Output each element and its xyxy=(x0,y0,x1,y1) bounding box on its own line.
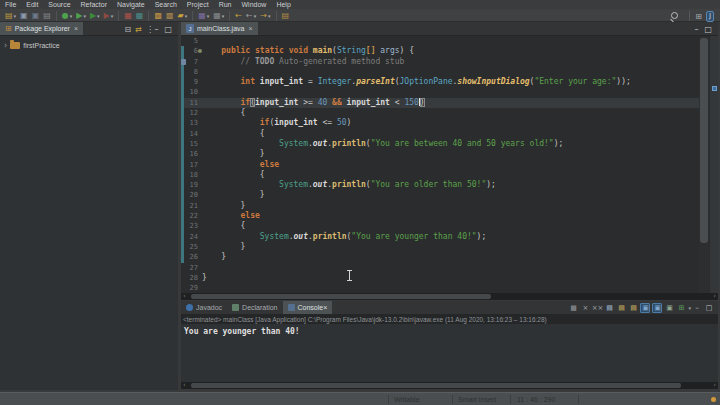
gutter[interactable]: 6 xyxy=(181,46,202,56)
gutter[interactable]: 27 xyxy=(181,263,202,273)
close-icon[interactable]: × xyxy=(323,304,327,311)
editor-horizontal-scrollbar[interactable]: ‹ › xyxy=(181,293,718,300)
dropdown-arrow-icon[interactable]: ▾ xyxy=(207,13,210,19)
gutter[interactable]: 13 xyxy=(181,118,202,128)
code-line-25[interactable]: 25 } xyxy=(181,242,718,252)
dropdown-arrow-icon[interactable]: ▾ xyxy=(222,13,225,19)
scroll-lock-icon[interactable]: ▤ xyxy=(616,303,626,313)
code-line-7[interactable]: 7 // TODO Auto-generated method stub xyxy=(181,57,718,67)
gutter[interactable]: 22 xyxy=(181,211,202,221)
code-line-10[interactable]: 10 xyxy=(181,87,718,97)
gutter[interactable]: 19 xyxy=(181,180,202,190)
show-stdout-icon[interactable]: ▣ xyxy=(652,303,662,313)
code-line-12[interactable]: 12 { xyxy=(181,108,718,118)
search-icon[interactable] xyxy=(669,11,680,22)
code-line-21[interactable]: 21 } xyxy=(181,201,718,211)
line-marker-icon[interactable] xyxy=(198,49,202,53)
code-line-20[interactable]: 20 } xyxy=(181,190,718,200)
code-editor[interactable]: 56 public static void main(String[] args… xyxy=(181,36,718,293)
save-icon[interactable]: ▣ xyxy=(19,10,29,21)
new-class-icon[interactable]: ▰▾ xyxy=(177,10,189,21)
clear-console-icon[interactable]: ▤ xyxy=(604,303,614,313)
dropdown-arrow-icon[interactable]: ▾ xyxy=(688,305,691,311)
scroll-right-icon[interactable]: › xyxy=(713,292,716,300)
close-icon[interactable]: × xyxy=(248,25,252,32)
remove-launch-icon[interactable]: × xyxy=(580,303,590,313)
code-line-14[interactable]: 14 { xyxy=(181,129,718,139)
gutter[interactable]: 24 xyxy=(181,232,202,242)
gutter[interactable]: 15 xyxy=(181,139,202,149)
code-line-15[interactable]: 15 System.out.println("You are between 4… xyxy=(181,139,718,149)
gutter[interactable]: 17 xyxy=(181,160,202,170)
code-line-17[interactable]: 17 else xyxy=(181,160,718,170)
notification-icon[interactable] xyxy=(711,397,716,402)
tab-mainclass-java[interactable]: J mainClass.java × xyxy=(181,22,258,35)
code-line-16[interactable]: 16 } xyxy=(181,149,718,159)
status-caret-position[interactable]: 11 : 46 : 290 xyxy=(517,393,555,405)
gutter[interactable]: 28 xyxy=(181,273,202,283)
collapse-all-icon[interactable]: ⊟ xyxy=(125,25,132,34)
code-line-22[interactable]: 22 else xyxy=(181,211,718,221)
remove-all-launches-icon[interactable]: ×× xyxy=(592,303,602,313)
maximize-icon[interactable]: □ xyxy=(704,303,714,313)
scrollbar-thumb[interactable] xyxy=(700,38,708,243)
open-perspective-icon[interactable]: ⊞ xyxy=(695,12,702,21)
gutter[interactable]: 21 xyxy=(181,201,202,211)
menu-item-help[interactable]: Help xyxy=(271,0,295,9)
console-horizontal-scrollbar[interactable]: ‹ › xyxy=(181,382,718,389)
tab-declaration[interactable]: Declaration xyxy=(227,301,282,314)
expand-arrow-icon[interactable]: › xyxy=(4,41,7,50)
minimize-icon[interactable]: – xyxy=(694,25,698,34)
code-line-26[interactable]: 26 } xyxy=(181,252,718,262)
maximize-icon[interactable]: □ xyxy=(704,25,712,34)
code-line-24[interactable]: 24 System.out.println("You are younger t… xyxy=(181,232,718,242)
dropdown-arrow-icon[interactable]: ▾ xyxy=(111,13,114,19)
gutter[interactable]: 11 xyxy=(181,98,202,108)
todo-task-marker-icon[interactable] xyxy=(181,59,186,65)
forward-icon[interactable]: →▾ xyxy=(259,10,271,21)
menu-item-edit[interactable]: Edit xyxy=(21,0,43,9)
code-line-13[interactable]: 13 if(input_int <= 50) xyxy=(181,118,718,128)
save-all-icon[interactable]: ▣ xyxy=(31,10,41,21)
scroll-left-icon[interactable]: ‹ xyxy=(183,381,186,389)
code-line-19[interactable]: 19 System.out.println("You are older tha… xyxy=(181,180,718,190)
scroll-right-icon[interactable]: › xyxy=(713,381,716,389)
tab-console[interactable]: Console × xyxy=(283,301,333,314)
close-icon[interactable]: × xyxy=(74,25,78,32)
gutter[interactable]: 10 xyxy=(181,87,202,97)
stop-icon[interactable]: ▦ xyxy=(123,10,133,21)
gutter[interactable]: 23 xyxy=(181,221,202,231)
word-wrap-icon[interactable]: ▤ xyxy=(628,303,638,313)
dropdown-arrow-icon[interactable]: ▾ xyxy=(254,13,257,19)
dropdown-arrow-icon[interactable]: ▾ xyxy=(268,13,271,19)
scrollbar-thumb[interactable] xyxy=(191,383,681,388)
gutter[interactable]: 5 xyxy=(181,36,202,46)
dropdown-arrow-icon[interactable]: ▾ xyxy=(83,13,86,19)
menu-item-navigate[interactable]: Navigate xyxy=(112,0,150,9)
back-history-icon[interactable]: ←▾ xyxy=(245,10,257,21)
tab-javadoc[interactable]: Javadoc xyxy=(181,301,227,314)
menu-item-run[interactable]: Run xyxy=(214,0,237,9)
code-line-29[interactable]: 29 xyxy=(181,283,718,293)
code-line-6[interactable]: 6 public static void main(String[] args)… xyxy=(181,46,718,56)
gutter[interactable]: 12 xyxy=(181,108,202,118)
gutter[interactable]: 26 xyxy=(181,252,202,262)
gutter[interactable]: 9 xyxy=(181,77,202,87)
dropdown-arrow-icon[interactable]: ▾ xyxy=(14,13,17,19)
code-line-9[interactable]: 9 int input_int = Integer.parseInt(JOpti… xyxy=(181,77,718,87)
gutter[interactable]: 18 xyxy=(181,170,202,180)
dropdown-arrow-icon[interactable]: ▾ xyxy=(97,13,100,19)
open-console-icon[interactable]: ⊞ xyxy=(676,303,686,313)
coverage-icon[interactable]: ▶▾ xyxy=(103,10,115,21)
java-perspective-icon[interactable]: J xyxy=(706,11,714,22)
print-icon[interactable]: ▤ xyxy=(42,10,52,21)
task-icon[interactable]: ▦▾ xyxy=(197,10,210,21)
maximize-icon[interactable]: □ xyxy=(164,25,172,34)
run-external-icon[interactable]: ▶▾ xyxy=(89,10,101,21)
back-icon[interactable]: ← xyxy=(234,10,243,21)
menu-item-source[interactable]: Source xyxy=(43,0,75,9)
gutter[interactable]: 16 xyxy=(181,149,202,159)
link-editor-icon[interactable]: ⇄ xyxy=(135,25,142,34)
new-wizard-icon[interactable]: ▤▾ xyxy=(4,10,17,21)
dropdown-arrow-icon[interactable]: ▾ xyxy=(185,13,188,19)
